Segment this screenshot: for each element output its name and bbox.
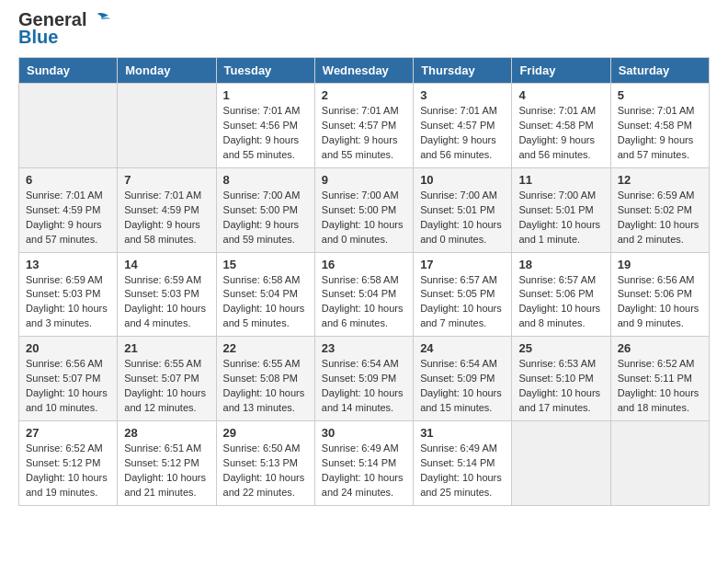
weekday-tuesday: Tuesday [216,58,314,84]
day-info: Sunrise: 6:59 AM Sunset: 5:03 PM Dayligh… [26,273,110,332]
day-info: Sunrise: 7:00 AM Sunset: 5:01 PM Dayligh… [420,189,505,247]
day-cell: 3Sunrise: 7:01 AM Sunset: 4:57 PM Daylig… [414,84,512,168]
day-cell: 22Sunrise: 6:55 AM Sunset: 5:08 PM Dayli… [216,337,314,421]
day-number: 17 [420,258,505,271]
day-info: Sunrise: 7:00 AM Sunset: 5:00 PM Dayligh… [322,189,406,247]
day-cell: 9Sunrise: 7:00 AM Sunset: 5:00 PM Daylig… [314,167,413,252]
day-number: 10 [420,173,505,187]
day-info: Sunrise: 7:01 AM Sunset: 4:58 PM Dayligh… [518,104,603,163]
day-info: Sunrise: 6:51 AM Sunset: 5:12 PM Dayligh… [124,442,209,500]
day-info: Sunrise: 6:49 AM Sunset: 5:14 PM Dayligh… [420,442,505,500]
calendar-table: SundayMondayTuesdayWednesdayThursdayFrid… [18,57,710,506]
logo-bird-icon [90,12,110,29]
day-info: Sunrise: 6:50 AM Sunset: 5:13 PM Dayligh… [223,442,308,500]
day-info: Sunrise: 6:58 AM Sunset: 5:04 PM Dayligh… [223,273,308,332]
day-info: Sunrise: 6:54 AM Sunset: 5:09 PM Dayligh… [322,357,406,416]
day-number: 28 [124,426,209,440]
day-number: 24 [420,341,505,355]
day-number: 30 [322,426,406,440]
weekday-sunday: Sunday [19,58,118,84]
day-info: Sunrise: 6:53 AM Sunset: 5:10 PM Dayligh… [518,357,603,416]
day-info: Sunrise: 6:57 AM Sunset: 5:05 PM Dayligh… [420,273,505,332]
day-info: Sunrise: 7:01 AM Sunset: 4:59 PM Dayligh… [26,189,110,247]
day-cell: 31Sunrise: 6:49 AM Sunset: 5:14 PM Dayli… [414,421,512,506]
day-info: Sunrise: 6:58 AM Sunset: 5:04 PM Dayligh… [322,273,406,332]
day-cell: 4Sunrise: 7:01 AM Sunset: 4:58 PM Daylig… [512,84,610,168]
day-number: 8 [223,173,308,187]
day-info: Sunrise: 7:01 AM Sunset: 4:57 PM Dayligh… [420,104,505,163]
day-number: 31 [420,426,505,440]
day-number: 9 [322,173,406,187]
day-cell: 12Sunrise: 6:59 AM Sunset: 5:02 PM Dayli… [610,167,709,252]
day-cell: 30Sunrise: 6:49 AM Sunset: 5:14 PM Dayli… [314,421,413,506]
day-number: 5 [618,88,702,102]
day-cell: 8Sunrise: 7:00 AM Sunset: 5:00 PM Daylig… [216,167,314,252]
day-number: 12 [618,173,702,187]
week-row-5: 27Sunrise: 6:52 AM Sunset: 5:12 PM Dayli… [19,421,710,506]
day-info: Sunrise: 6:59 AM Sunset: 5:03 PM Dayligh… [124,273,209,332]
day-number: 25 [518,341,603,355]
weekday-wednesday: Wednesday [314,58,413,84]
day-cell: 5Sunrise: 7:01 AM Sunset: 4:58 PM Daylig… [610,84,709,168]
logo-blue-text: Blue [18,27,58,48]
day-cell: 2Sunrise: 7:01 AM Sunset: 4:57 PM Daylig… [314,84,413,168]
day-cell [610,421,709,506]
header: General Blue [18,9,710,48]
day-info: Sunrise: 6:52 AM Sunset: 5:12 PM Dayligh… [26,442,110,500]
weekday-saturday: Saturday [610,58,709,84]
day-cell: 10Sunrise: 7:00 AM Sunset: 5:01 PM Dayli… [414,167,512,252]
day-info: Sunrise: 6:55 AM Sunset: 5:08 PM Dayligh… [223,357,308,416]
day-cell: 1Sunrise: 7:01 AM Sunset: 4:56 PM Daylig… [216,84,314,168]
day-info: Sunrise: 6:59 AM Sunset: 5:02 PM Dayligh… [618,189,702,247]
day-number: 19 [618,258,702,271]
day-cell: 15Sunrise: 6:58 AM Sunset: 5:04 PM Dayli… [216,252,314,337]
day-info: Sunrise: 6:52 AM Sunset: 5:11 PM Dayligh… [618,357,702,416]
day-info: Sunrise: 6:57 AM Sunset: 5:06 PM Dayligh… [518,273,603,332]
day-number: 18 [518,258,603,271]
day-cell: 20Sunrise: 6:56 AM Sunset: 5:07 PM Dayli… [19,337,118,421]
day-cell: 17Sunrise: 6:57 AM Sunset: 5:05 PM Dayli… [414,252,512,337]
day-cell: 16Sunrise: 6:58 AM Sunset: 5:04 PM Dayli… [314,252,413,337]
day-cell: 13Sunrise: 6:59 AM Sunset: 5:03 PM Dayli… [19,252,118,337]
day-cell: 14Sunrise: 6:59 AM Sunset: 5:03 PM Dayli… [118,252,216,337]
day-cell: 7Sunrise: 7:01 AM Sunset: 4:59 PM Daylig… [118,167,216,252]
day-number: 7 [124,173,209,187]
day-info: Sunrise: 7:00 AM Sunset: 5:01 PM Dayligh… [518,189,603,247]
page: General Blue SundayMondayTuesdayWednesda… [0,0,728,524]
day-number: 14 [124,258,209,271]
day-cell: 6Sunrise: 7:01 AM Sunset: 4:59 PM Daylig… [19,167,118,252]
day-info: Sunrise: 7:01 AM Sunset: 4:57 PM Dayligh… [322,104,406,163]
day-number: 22 [223,341,308,355]
day-cell: 28Sunrise: 6:51 AM Sunset: 5:12 PM Dayli… [118,421,216,506]
day-cell: 19Sunrise: 6:56 AM Sunset: 5:06 PM Dayli… [610,252,709,337]
day-cell: 21Sunrise: 6:55 AM Sunset: 5:07 PM Dayli… [118,337,216,421]
day-number: 1 [223,88,308,102]
day-number: 3 [420,88,505,102]
day-info: Sunrise: 6:49 AM Sunset: 5:14 PM Dayligh… [322,442,406,500]
day-number: 11 [518,173,603,187]
day-cell: 18Sunrise: 6:57 AM Sunset: 5:06 PM Dayli… [512,252,610,337]
day-cell: 24Sunrise: 6:54 AM Sunset: 5:09 PM Dayli… [414,337,512,421]
day-cell: 23Sunrise: 6:54 AM Sunset: 5:09 PM Dayli… [314,337,413,421]
day-number: 16 [322,258,406,271]
day-cell [19,84,118,168]
weekday-header-row: SundayMondayTuesdayWednesdayThursdayFrid… [19,58,710,84]
day-info: Sunrise: 6:56 AM Sunset: 5:06 PM Dayligh… [618,273,702,332]
day-number: 26 [618,341,702,355]
day-info: Sunrise: 7:01 AM Sunset: 4:58 PM Dayligh… [618,104,702,163]
day-cell: 11Sunrise: 7:00 AM Sunset: 5:01 PM Dayli… [512,167,610,252]
weekday-friday: Friday [512,58,610,84]
day-number: 27 [26,426,110,440]
day-cell: 26Sunrise: 6:52 AM Sunset: 5:11 PM Dayli… [610,337,709,421]
day-info: Sunrise: 6:56 AM Sunset: 5:07 PM Dayligh… [26,357,110,416]
day-info: Sunrise: 7:00 AM Sunset: 5:00 PM Dayligh… [223,189,308,247]
day-number: 15 [223,258,308,271]
day-cell [118,84,216,168]
day-cell [512,421,610,506]
day-info: Sunrise: 6:54 AM Sunset: 5:09 PM Dayligh… [420,357,505,416]
week-row-2: 6Sunrise: 7:01 AM Sunset: 4:59 PM Daylig… [19,167,710,252]
day-number: 20 [26,341,110,355]
logo: General Blue [18,9,110,48]
day-number: 6 [26,173,110,187]
day-info: Sunrise: 7:01 AM Sunset: 4:59 PM Dayligh… [124,189,209,247]
